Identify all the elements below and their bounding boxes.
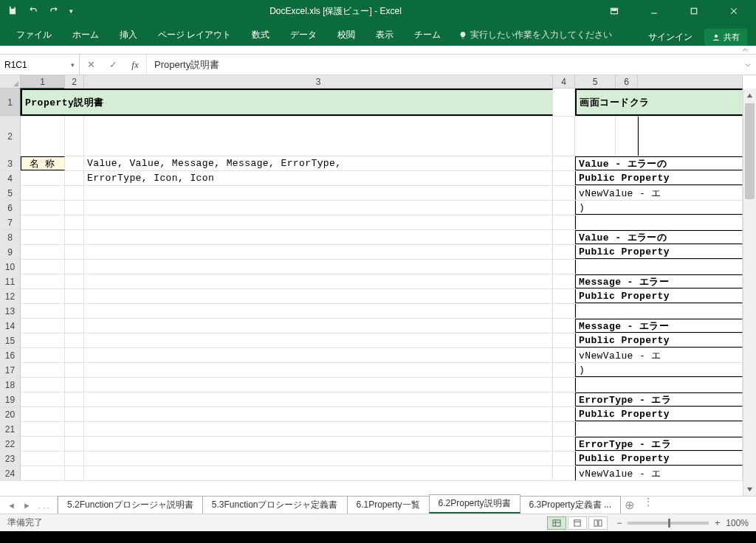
cell[interactable]: [553, 304, 575, 318]
cell[interactable]: [21, 260, 65, 274]
cell[interactable]: [65, 304, 84, 318]
cell[interactable]: [65, 274, 84, 288]
cell[interactable]: [616, 117, 638, 156]
row-header[interactable]: 24: [0, 466, 21, 481]
cell-content[interactable]: ErrorType, Icon, Icon: [84, 171, 553, 185]
row-header[interactable]: 11: [0, 274, 21, 289]
tab-file[interactable]: ファイル: [6, 24, 62, 46]
worksheet-grid[interactable]: 1 2 3 4 5 6 1 2 3 4 5 6 7 8 9 10 11 12 1…: [0, 75, 756, 496]
cell[interactable]: [84, 363, 553, 377]
cell[interactable]: [84, 407, 553, 421]
cell[interactable]: [65, 156, 84, 170]
cell[interactable]: [553, 201, 575, 215]
cell[interactable]: [84, 186, 553, 200]
cell[interactable]: [65, 363, 84, 377]
side-cell[interactable]: Public Property: [575, 407, 743, 421]
tab-data[interactable]: データ: [280, 24, 327, 46]
cell[interactable]: [21, 466, 65, 480]
cell[interactable]: [84, 348, 553, 362]
cell[interactable]: [21, 245, 65, 259]
side-cell[interactable]: Public Property: [575, 245, 743, 259]
side-cell[interactable]: vNewValue - エ: [575, 466, 743, 480]
cell[interactable]: [65, 466, 84, 480]
side-cell[interactable]: vNewValue - エ: [575, 348, 743, 362]
save-icon[interactable]: [7, 5, 18, 18]
cell[interactable]: [21, 319, 65, 333]
cell[interactable]: [65, 260, 84, 274]
undo-icon[interactable]: [28, 5, 38, 18]
side-cell[interactable]: [575, 378, 743, 392]
sheet-nav-next-icon[interactable]: ►: [20, 501, 34, 510]
cell[interactable]: [21, 378, 65, 392]
label-name[interactable]: 名 称: [21, 156, 65, 170]
cell[interactable]: [65, 422, 84, 436]
cell[interactable]: [65, 348, 84, 362]
row-header[interactable]: 21: [0, 422, 21, 437]
cell[interactable]: [84, 245, 553, 259]
side-cell[interactable]: [575, 260, 743, 274]
cell[interactable]: [65, 378, 84, 392]
cell[interactable]: [21, 186, 65, 200]
side-cell[interactable]: vNewValue - エ: [575, 186, 743, 200]
title-banner-right[interactable]: 画面コードクラ: [575, 89, 743, 116]
sheet-tab-active[interactable]: 6.2Property説明書: [429, 494, 520, 513]
sheet-tab[interactable]: 5.2Functionプロシージャ説明書: [58, 496, 203, 513]
cell[interactable]: [65, 245, 84, 259]
cell[interactable]: [21, 452, 65, 466]
side-cell[interactable]: Public Property: [575, 289, 743, 303]
cell[interactable]: [65, 186, 84, 200]
col-header[interactable]: [638, 75, 743, 89]
cell[interactable]: [553, 466, 575, 480]
row-header[interactable]: 9: [0, 245, 21, 260]
formula-input[interactable]: Property説明書: [147, 55, 740, 75]
cell[interactable]: [84, 466, 553, 480]
cell[interactable]: [553, 274, 575, 288]
view-pagelayout-icon[interactable]: [568, 516, 587, 530]
tab-review[interactable]: 校閲: [327, 24, 365, 46]
chevron-down-icon[interactable]: ▾: [71, 61, 75, 69]
cell[interactable]: [553, 348, 575, 362]
side-cell[interactable]: ): [575, 201, 743, 215]
row-header[interactable]: 14: [0, 319, 21, 333]
scroll-down-icon[interactable]: [743, 483, 756, 496]
tell-me-search[interactable]: 実行したい作業を入力してください: [451, 24, 619, 46]
cell[interactable]: [553, 437, 575, 451]
signin-link[interactable]: サインイン: [648, 31, 693, 44]
cell[interactable]: [21, 230, 65, 244]
share-button[interactable]: 共有: [704, 29, 747, 46]
cell[interactable]: [21, 274, 65, 288]
cell[interactable]: [65, 117, 84, 156]
side-cell[interactable]: Public Property: [575, 171, 743, 185]
row-header[interactable]: 12: [0, 289, 21, 304]
side-cell[interactable]: Public Property: [575, 333, 743, 347]
row-header[interactable]: 23: [0, 452, 21, 466]
cell[interactable]: [21, 437, 65, 451]
cell[interactable]: [21, 215, 65, 229]
row-header[interactable]: 10: [0, 260, 21, 274]
row-header[interactable]: 20: [0, 407, 21, 422]
row-header[interactable]: 2: [0, 117, 21, 156]
cell[interactable]: [553, 289, 575, 303]
cell[interactable]: [84, 201, 553, 215]
tab-pagelayout[interactable]: ページ レイアウト: [148, 24, 241, 46]
cell[interactable]: [21, 407, 65, 421]
cell[interactable]: [21, 333, 65, 347]
cell[interactable]: [553, 117, 575, 156]
side-cell[interactable]: [575, 422, 743, 436]
tab-formulas[interactable]: 数式: [241, 24, 280, 46]
redo-icon[interactable]: [49, 5, 59, 18]
row-header[interactable]: 4: [0, 171, 21, 186]
cell[interactable]: [21, 171, 65, 185]
row-header[interactable]: 1: [0, 89, 21, 117]
cell[interactable]: [553, 89, 575, 116]
cell[interactable]: [575, 117, 616, 156]
cell[interactable]: [65, 437, 84, 451]
cell[interactable]: [84, 378, 553, 392]
cell[interactable]: [84, 289, 553, 303]
cell[interactable]: [84, 274, 553, 288]
scroll-up-icon[interactable]: [743, 89, 756, 102]
cell[interactable]: [65, 407, 84, 421]
ribbon-collapse[interactable]: [0, 46, 756, 55]
cell[interactable]: [553, 422, 575, 436]
view-pagebreak-icon[interactable]: [588, 516, 608, 530]
